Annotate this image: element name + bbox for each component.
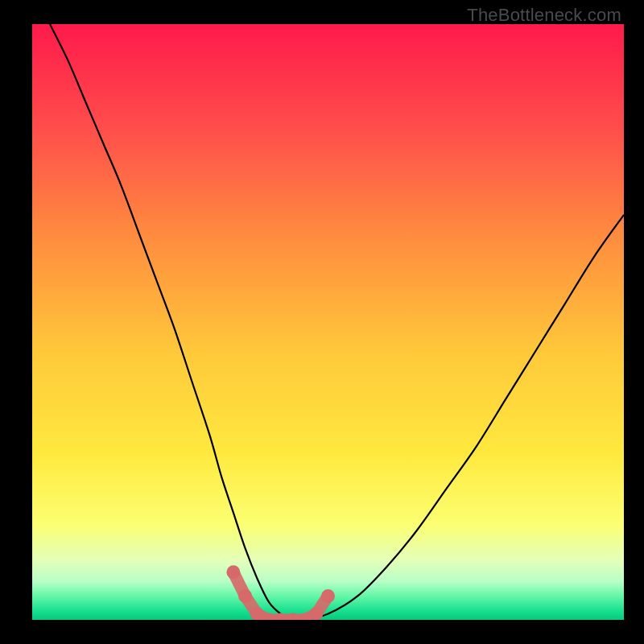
marker-dots — [226, 565, 335, 620]
plot-area — [32, 24, 624, 620]
svg-point-2 — [238, 589, 252, 603]
bottleneck-curve — [50, 24, 624, 620]
watermark-text: TheBottleneck.com — [467, 5, 621, 26]
chart-frame: TheBottleneck.com — [0, 0, 644, 644]
svg-point-9 — [321, 589, 335, 603]
curve-layer — [32, 24, 624, 620]
svg-point-1 — [226, 565, 240, 579]
